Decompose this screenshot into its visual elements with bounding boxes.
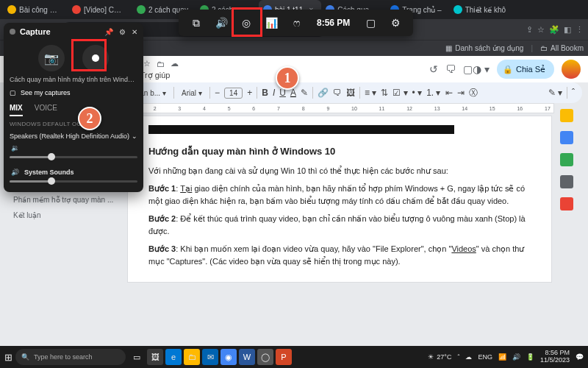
extensions-icon[interactable]: ☆ <box>537 25 545 35</box>
collapse-icon[interactable]: ˆ <box>572 88 575 98</box>
capture-dot-icon <box>10 29 15 35</box>
annotation-badge-2: 2 <box>78 107 101 130</box>
highlight-icon[interactable]: ✎ <box>301 88 308 98</box>
checklist-icon[interactable]: ☑ ▾ <box>392 88 407 98</box>
taskbar-search[interactable]: 🔍 Type here to search <box>15 349 126 365</box>
weather-widget[interactable]: ☀ 27°C <box>428 353 451 361</box>
cloud-icon[interactable]: ☁ <box>171 59 179 68</box>
gamebar-toolbar: ⧉ 🔊 ◎ 📊 ෆ 8:56 PM ▢ ⚙ <box>179 10 413 36</box>
chrome-icon[interactable]: ◉ <box>220 349 237 365</box>
meet-icon[interactable]: ▢◑ ▾ <box>463 63 490 75</box>
keep-icon[interactable] <box>560 131 573 144</box>
settings-icon[interactable]: ⚙ <box>119 28 126 36</box>
comments-icon[interactable]: 🗨 <box>445 63 456 75</box>
paragraph: Với những bạn đang cài và sử dụng Win 10… <box>148 165 531 177</box>
battery-icon[interactable]: 🔋 <box>526 353 534 361</box>
bullets-icon[interactable]: • ▾ <box>412 88 423 98</box>
extension-icon[interactable]: ◧ <box>564 25 571 35</box>
side-panel <box>554 103 579 336</box>
capture-subtitle: Cách quay màn hình máy tính trên Window … <box>4 73 143 86</box>
menu-icon[interactable]: ⋮ <box>576 25 584 35</box>
audio-icon[interactable]: 🔊 <box>214 17 229 29</box>
comment-icon[interactable]: 🗨 <box>333 88 342 98</box>
font-select[interactable]: Arial ▾ <box>179 88 205 99</box>
capture-widget: Capture 📌 ⚙ ✕ 📷 Cách quay màn hình máy t… <box>4 23 143 192</box>
link-icon[interactable]: 🔗 <box>318 88 329 98</box>
bookmark-folder[interactable]: 🗀 All Bookm <box>540 44 584 52</box>
system-sounds-label: System Sounds <box>20 169 137 176</box>
browser-tab[interactable]: [Video] Cách <box>68 0 132 19</box>
maps-icon[interactable] <box>560 197 573 210</box>
screenshot-button[interactable]: 📷 <box>38 45 65 71</box>
explorer-icon[interactable]: 🗀 <box>184 349 200 365</box>
tasks-icon[interactable] <box>560 153 573 166</box>
font-inc-icon[interactable]: + <box>247 88 252 98</box>
extension-icon[interactable]: 🧩 <box>549 25 559 35</box>
share-icon[interactable]: ⇪ <box>526 25 533 35</box>
powerpoint-icon[interactable]: P <box>276 349 292 365</box>
history-icon[interactable]: ↺ <box>429 63 438 75</box>
windows-taskbar: ⊞ 🔍 Type here to search ▭ 🖼 e 🗀 ✉ ◉ W ◯ … <box>0 346 588 368</box>
input-icon[interactable]: ENG <box>478 353 492 361</box>
align-icon[interactable]: ≡ ▾ <box>365 88 376 98</box>
bold-icon[interactable]: B <box>262 88 268 98</box>
outline-item[interactable]: Phần mềm hỗ trợ quay màn ... <box>10 194 121 205</box>
widget-icon[interactable]: ⧉ <box>189 17 204 29</box>
tab-voice[interactable]: VOICE <box>35 104 57 116</box>
menu-item[interactable]: Trợ giúp <box>140 71 171 80</box>
ruler[interactable]: 1234567891011121314151617 <box>125 103 554 113</box>
share-button[interactable]: 🔒Chia Sẻ <box>497 60 554 79</box>
browser-tab[interactable]: Bài công ngh <box>3 0 68 19</box>
paragraph: Bước 1: Tại giao diện chính của màn hình… <box>148 183 531 207</box>
xbox-social-icon[interactable]: ෆ <box>289 17 304 29</box>
screenshot-icon[interactable]: ▢ <box>363 17 378 29</box>
settings-icon[interactable]: ⚙ <box>388 17 403 29</box>
tray-chevron-icon[interactable]: ˆ <box>457 353 459 361</box>
close-icon[interactable]: ✕ <box>132 28 137 36</box>
editing-mode-icon[interactable]: ✎ ▾ <box>548 88 562 98</box>
see-captures-link[interactable]: ▢ See my captures <box>4 86 143 99</box>
volume-icon: 🔊 <box>10 169 20 176</box>
outdent-icon[interactable]: ⇤ <box>445 88 453 98</box>
contacts-icon[interactable] <box>560 175 573 188</box>
image-placeholder <box>148 125 454 134</box>
image-icon[interactable]: 🖼 <box>346 88 355 98</box>
move-icon[interactable]: 🗀 <box>157 60 165 68</box>
browser-tab[interactable]: Thiết kế khô <box>449 0 513 19</box>
line-spacing-icon[interactable]: ⇅ <box>381 88 388 98</box>
volume-slider[interactable] <box>10 156 137 158</box>
speakers-row[interactable]: Speakers (Realtek High Definition Audio)… <box>4 130 143 142</box>
start-button[interactable]: ⊞ <box>4 352 12 363</box>
volume-slider[interactable] <box>10 180 137 183</box>
document-page[interactable]: Hướng dẫn quay màn hình ở Windows 10 Với… <box>128 116 551 282</box>
mail-icon[interactable]: ✉ <box>202 349 218 365</box>
calendar-icon[interactable] <box>560 109 573 122</box>
onedrive-icon[interactable]: ☁ <box>465 353 472 361</box>
italic-icon[interactable]: I <box>273 88 275 98</box>
tab-mix[interactable]: MIX <box>10 104 23 116</box>
notifications-icon[interactable]: 💬 <box>576 353 584 361</box>
capture-title: Capture <box>20 27 51 36</box>
bookmark-item[interactable]: ▦ Danh sách ứng dụng <box>445 44 523 52</box>
indent-icon[interactable]: ⇥ <box>457 88 465 98</box>
paragraph: Bước 2: Để kết thúc quá trình quay video… <box>148 213 531 237</box>
volume-icon[interactable]: 🔊 <box>512 353 520 361</box>
star-icon[interactable]: ☆ <box>143 59 151 68</box>
font-dec-icon[interactable]: − <box>215 88 220 98</box>
word-icon[interactable]: W <box>239 349 255 365</box>
task-view-icon[interactable]: ▭ <box>129 349 145 365</box>
gamebar-clock: 8:56 PM <box>314 18 353 28</box>
wifi-icon[interactable]: 📶 <box>498 353 506 361</box>
annotation-badge-1: 1 <box>276 66 299 90</box>
performance-icon[interactable]: 📊 <box>264 17 279 29</box>
taskbar-date[interactable]: 11/5/2023 <box>540 357 570 364</box>
edge-icon[interactable]: e <box>165 349 182 365</box>
avatar[interactable] <box>562 60 581 79</box>
outline-item[interactable]: Kết luận <box>10 210 121 221</box>
app-icon[interactable]: ◯ <box>257 349 273 365</box>
numbering-icon[interactable]: 1. ▾ <box>426 88 440 98</box>
taskbar-app[interactable]: 🖼 <box>147 349 163 365</box>
clear-format-icon[interactable]: Ⓧ <box>469 87 478 99</box>
pin-icon[interactable]: 📌 <box>104 28 113 36</box>
font-size-input[interactable]: 14 <box>224 88 243 99</box>
